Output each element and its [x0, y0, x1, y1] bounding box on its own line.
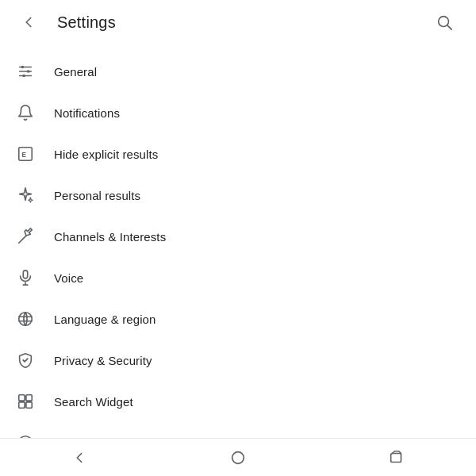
mic-icon [16, 268, 35, 287]
notifications-label: Notifications [54, 106, 120, 120]
bell-icon [16, 103, 35, 122]
sliders-icon [16, 62, 35, 81]
menu-item-voice[interactable]: Voice [0, 257, 476, 298]
nav-recents-button[interactable] [378, 442, 416, 474]
svg-point-7 [22, 75, 25, 78]
back-button[interactable] [13, 6, 44, 38]
menu-item-general[interactable]: General [0, 51, 476, 92]
settings-menu: General Notifications E Hide explicit re… [0, 44, 476, 470]
svg-point-14 [19, 313, 33, 326]
menu-item-notifications[interactable]: Notifications [0, 92, 476, 133]
menu-item-hide-explicit[interactable]: E Hide explicit results [0, 133, 476, 175]
search-widget-label: Search Widget [54, 395, 133, 409]
wand-icon [16, 227, 35, 246]
widget-icon [16, 392, 35, 411]
header-left: Settings [13, 6, 116, 38]
page-title: Settings [57, 13, 116, 32]
svg-rect-11 [23, 271, 28, 278]
svg-rect-25 [391, 453, 401, 462]
svg-text:E: E [21, 152, 26, 159]
menu-item-privacy-security[interactable]: Privacy & Security [0, 340, 476, 381]
globe-icon [16, 309, 35, 328]
nav-home-button[interactable] [219, 442, 257, 474]
header: Settings [0, 0, 476, 44]
language-region-label: Language & region [54, 313, 155, 326]
search-button[interactable] [428, 6, 460, 38]
explicit-icon: E [16, 144, 35, 163]
sparkle-icon [16, 186, 35, 205]
bottom-nav [0, 438, 476, 476]
svg-rect-19 [19, 402, 25, 408]
hide-explicit-label: Hide explicit results [54, 148, 158, 161]
svg-point-5 [21, 66, 25, 69]
svg-rect-20 [26, 402, 32, 408]
svg-line-10 [19, 236, 26, 243]
svg-line-1 [447, 25, 451, 29]
svg-rect-18 [26, 395, 32, 401]
menu-item-search-widget[interactable]: Search Widget [0, 381, 476, 422]
svg-point-6 [27, 70, 30, 73]
privacy-security-label: Privacy & Security [54, 354, 152, 367]
shield-icon [16, 351, 35, 370]
nav-back-button[interactable] [60, 442, 98, 474]
voice-label: Voice [54, 271, 83, 285]
menu-item-personal-results[interactable]: Personal results [0, 175, 476, 216]
personal-results-label: Personal results [54, 189, 140, 202]
channels-interests-label: Channels & Interests [54, 230, 166, 244]
svg-point-24 [232, 451, 244, 463]
menu-item-channels-interests[interactable]: Channels & Interests [0, 216, 476, 257]
menu-item-language-region[interactable]: Language & region [0, 298, 476, 340]
svg-rect-17 [19, 395, 25, 401]
general-label: General [54, 65, 97, 79]
